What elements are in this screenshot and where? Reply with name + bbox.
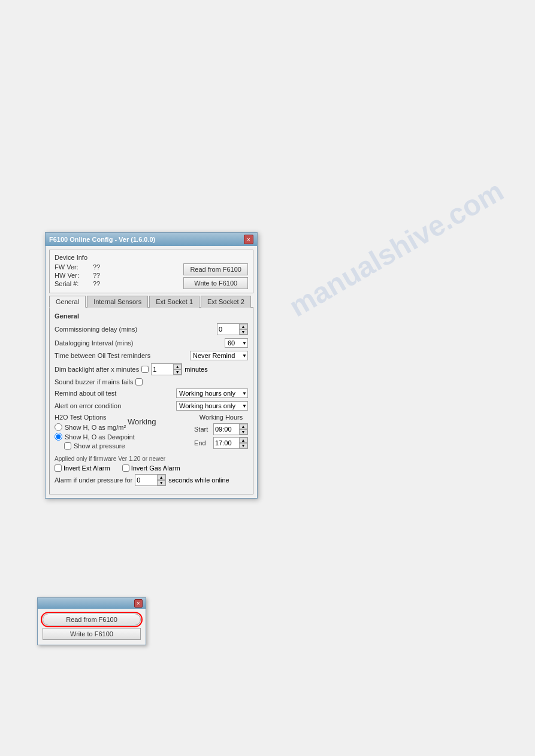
tab-general[interactable]: General [49, 296, 86, 308]
hw-ver-label: HW Ver: [55, 272, 90, 279]
main-dialog: F6100 Online Config - Ver (1.6.0.0) × De… [45, 232, 258, 499]
show-dewpoint-label: Show H, O as Dewpoint [65, 433, 135, 441]
alarm-pressure-input[interactable] [135, 476, 157, 484]
invert-ext-alarm-item: Invert Ext Alarm [55, 464, 110, 472]
commissioning-delay-down[interactable]: ▼ [239, 329, 247, 335]
dim-backlight-spinner-btns: ▲ ▼ [173, 364, 182, 375]
end-spinner[interactable]: ▲ ▼ [213, 437, 248, 449]
alarm-pressure-spinner[interactable]: ▲ ▼ [135, 474, 166, 486]
invert-ext-label: Invert Ext Alarm [64, 464, 110, 472]
commissioning-delay-up[interactable]: ▲ [239, 324, 247, 329]
tab-ext-socket-2[interactable]: Ext Socket 2 [201, 296, 251, 308]
serial-value: ?? [93, 280, 100, 287]
invert-gas-checkbox[interactable] [122, 464, 129, 472]
alert-error-select[interactable]: Working hours only Always Never [176, 401, 248, 411]
datalogging-interval-row: Datalogging Interval (mins) 60 30 15 5 1… [55, 338, 248, 348]
end-row: End ▲ ▼ [194, 437, 248, 449]
mini-write-button[interactable]: Write to F6100 [43, 628, 141, 640]
start-spinner-btns: ▲ ▼ [239, 424, 247, 435]
alert-error-select-wrap[interactable]: Working hours only Always Never ▼ [176, 401, 248, 411]
watermark: manualshive.com [283, 174, 509, 323]
oil-test-reminder-row: Time between Oil Test reminders Never Re… [55, 351, 248, 360]
oil-test-reminder-select[interactable]: Never Remind 1 Month 3 Months 6 Months 1… [190, 351, 248, 360]
read-from-f6100-button[interactable]: Read from F6100 [183, 263, 248, 275]
invert-gas-alarm-item: Invert Gas Alarm [122, 464, 180, 472]
commissioning-delay-row: Commissioning delay (mins) ▲ ▼ [55, 323, 248, 335]
remind-oil-select-wrap[interactable]: Working hours only Always Never ▼ [176, 388, 248, 398]
dialog-content: Device Info FW Ver: ?? HW Ver: ?? Serial… [46, 246, 257, 498]
device-info-section: Device Info FW Ver: ?? HW Ver: ?? Serial… [49, 250, 253, 293]
invert-alarms-row: Invert Ext Alarm Invert Gas Alarm [55, 464, 248, 472]
show-pressure-checkbox[interactable] [64, 442, 71, 450]
alert-error-row: Alert on error condition Working hours o… [55, 401, 248, 411]
dim-backlight-row: Dim backlight after x minutes ▲ ▼ minute… [55, 363, 248, 375]
start-label: Start [194, 426, 211, 433]
tab-internal-sensors[interactable]: Internal Sensors [87, 296, 148, 308]
dim-backlight-input[interactable] [152, 365, 173, 374]
oil-test-reminder-label: Time between Oil Test reminders [55, 352, 150, 359]
start-spinner[interactable]: ▲ ▼ [213, 423, 248, 435]
alert-error-label: Alert on error condition [55, 402, 121, 409]
fw-ver-label: FW Ver: [55, 263, 90, 271]
serial-label: Serial #: [55, 280, 90, 287]
general-section-label: General [55, 312, 248, 320]
end-down[interactable]: ▼ [239, 443, 247, 448]
tabs-row: General Internal Sensors Ext Socket 1 Ex… [49, 296, 253, 308]
dim-backlight-spinner[interactable]: ▲ ▼ [151, 363, 182, 375]
start-row: Start ▲ ▼ [194, 423, 248, 435]
datalogging-interval-select-wrap[interactable]: 60 30 15 5 1 ▼ [225, 338, 248, 348]
working-status-label: Working [128, 417, 156, 426]
device-info-label: Device Info [55, 254, 248, 261]
start-down[interactable]: ▼ [239, 429, 247, 435]
invert-ext-checkbox[interactable] [55, 464, 62, 472]
start-input[interactable] [214, 425, 239, 433]
h2o-label: H2O Test Options [55, 414, 188, 421]
dim-backlight-down[interactable]: ▼ [173, 369, 182, 375]
working-hours-col: Working Hours Start ▲ ▼ End [194, 414, 248, 453]
close-button[interactable]: × [244, 235, 253, 244]
sound-buzzer-row: Sound buzzer if mains fails [55, 378, 248, 385]
show-pressure-row: Show at pressure [64, 442, 188, 450]
hw-ver-row: HW Ver: ?? [55, 272, 179, 279]
commissioning-delay-input[interactable] [217, 325, 239, 333]
alarm-pressure-down[interactable]: ▼ [157, 480, 165, 485]
sound-buzzer-label: Sound buzzer if mains fails [55, 378, 133, 385]
datalogging-interval-select[interactable]: 60 30 15 5 1 [225, 338, 248, 348]
remind-oil-row: Remind about oil test Working hours only… [55, 388, 248, 398]
dim-backlight-up[interactable]: ▲ [173, 364, 182, 369]
remind-oil-select[interactable]: Working hours only Always Never [176, 388, 248, 398]
dim-backlight-checkbox[interactable] [141, 366, 149, 373]
datalogging-interval-label: Datalogging Interval (mins) [55, 339, 133, 347]
start-up[interactable]: ▲ [239, 424, 247, 429]
window-title: F6100 Online Config - Ver (1.6.0.0) [49, 236, 155, 243]
fw-ver-row: FW Ver: ?? [55, 263, 179, 271]
show-pressure-label: Show at pressure [74, 442, 125, 450]
applied-only-label: Applied only if firmware Ver 1.20 or new… [55, 456, 165, 462]
alarm-pressure-suffix: seconds while online [168, 476, 229, 484]
tab-ext-socket-1[interactable]: Ext Socket 1 [149, 296, 200, 308]
show-dewpoint-radio[interactable] [55, 433, 62, 441]
h2o-options-col: H2O Test Options Show H, O as mg/m² Show… [55, 414, 188, 453]
end-input[interactable] [214, 439, 239, 447]
sound-buzzer-checkbox[interactable] [135, 378, 143, 385]
invert-gas-label: Invert Gas Alarm [131, 464, 180, 472]
mini-window: × Read from F6100 Write to F6100 [37, 597, 146, 645]
show-mg-radio[interactable] [55, 423, 62, 431]
mini-close-button[interactable]: × [134, 599, 143, 608]
commissioning-delay-spinner-btns: ▲ ▼ [239, 324, 247, 335]
end-up[interactable]: ▲ [239, 438, 247, 443]
mini-read-button[interactable]: Read from F6100 [43, 614, 141, 626]
alarm-pressure-up[interactable]: ▲ [157, 475, 165, 480]
hw-ver-value: ?? [93, 272, 100, 279]
commissioning-delay-spinner[interactable]: ▲ ▼ [217, 323, 248, 335]
alarm-pressure-row: Alarm if under pressure for ▲ ▼ seconds … [55, 474, 248, 486]
alarm-pressure-label: Alarm if under pressure for [55, 476, 132, 484]
device-buttons: Read from F6100 Write to F6100 [183, 263, 248, 289]
mini-content: Read from F6100 Write to F6100 [38, 609, 146, 645]
show-mg-row: Show H, O as mg/m² [55, 423, 188, 431]
oil-test-reminder-select-wrap[interactable]: Never Remind 1 Month 3 Months 6 Months 1… [190, 351, 248, 360]
commissioning-delay-label: Commissioning delay (mins) [55, 326, 137, 333]
dim-backlight-label: Dim backlight after x minutes [55, 366, 139, 373]
serial-row: Serial #: ?? [55, 280, 179, 287]
write-to-f6100-button[interactable]: Write to F6100 [183, 277, 248, 289]
